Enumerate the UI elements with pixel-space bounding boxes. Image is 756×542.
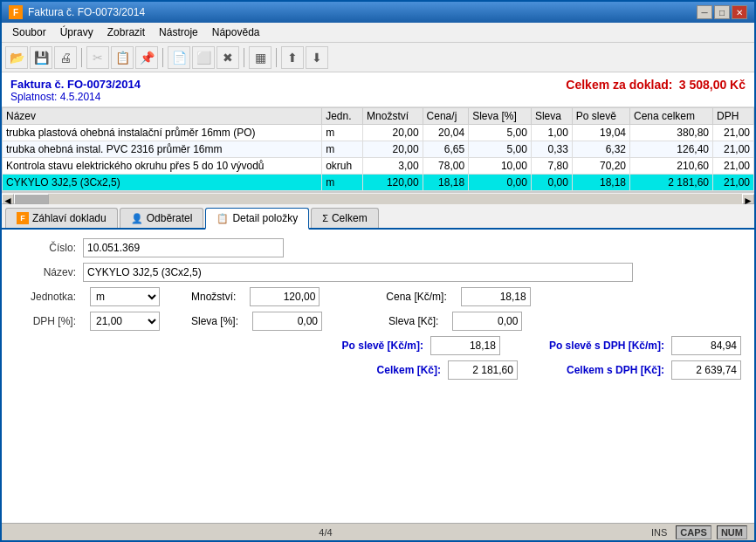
invoice-due: Splatnost: 4.5.2014 [10,91,141,103]
invoice-total-value: 3 508,00 Kč [679,78,746,92]
toolbar: 📂 💾 🖨 ✂ 📋 📌 📄 ⬜ ✖ ▦ ⬆ ⬇ [2,43,754,72]
scroll-left[interactable]: ◄ [2,194,14,204]
print-button[interactable]: 🖨 [54,46,77,69]
tab-odberatel-icon: 👤 [131,213,143,224]
cut-button[interactable]: ✂ [86,46,109,69]
edit-button[interactable]: ⬜ [192,46,215,69]
paste-button[interactable]: 📌 [135,46,158,69]
tab-zahlaví[interactable]: F Záhlaví dokladu [5,208,118,228]
jednotka-mnozstvi-row: Jednotka: m Množství: Cena [Kč/m]: [15,287,741,306]
sep1 [81,48,82,67]
invoice-total-label: Celkem za doklad: [566,78,672,92]
menu-bar: Soubor Úpravy Zobrazit Nástroje Nápověda [2,23,754,43]
up-button[interactable]: ⬆ [281,46,304,69]
table-row[interactable]: trubka plastová ohebná instalační průměr… [3,125,754,141]
cislo-label: Číslo: [15,242,76,254]
status-bar: 4/4 INS CAPS NUM [2,523,754,540]
scroll-track[interactable] [14,194,742,204]
celkem-label: Celkem [Kč]: [377,364,441,376]
sleva-kc-input[interactable] [452,312,522,331]
col-nazev: Název [3,108,322,125]
copy-button[interactable]: 📋 [111,46,134,69]
table-row[interactable]: trubka ohebná instal. PVC 2316 průměr 16… [3,141,754,158]
sleva-kc-label: Sleva [Kč]: [388,315,438,327]
detail-panel: Číslo: Název: Jednotka: m Množství: Cena… [2,230,754,523]
sleva-pct-input[interactable] [252,312,322,331]
cislo-input[interactable] [83,238,284,257]
new-button[interactable]: 📄 [168,46,190,69]
menu-soubor[interactable]: Soubor [5,24,53,40]
table-row[interactable]: CYKYLO 3J2,5 (3Cx2,5)m120,0018,180,000,0… [3,175,754,191]
po-sleve-input[interactable] [430,336,500,355]
nazev-row: Název: [15,263,741,282]
status-caps: CAPS [676,525,711,539]
col-dph: DPH [713,108,754,125]
tab-odberatel-label: Odběratel [147,212,193,224]
close-button[interactable]: ✕ [732,5,747,19]
cislo-row: Číslo: [15,238,741,257]
open-button[interactable]: 📂 [5,46,28,69]
celkem-dph-input[interactable] [671,360,741,380]
col-jedn: Jedn. [322,108,363,125]
scroll-right[interactable]: ► [742,194,754,204]
data-table-container: Název Jedn. Množství Cena/j Sleva [%] Sl… [2,107,754,192]
menu-upravy[interactable]: Úpravy [53,24,100,40]
col-po-sleve: Po slevě [572,108,629,125]
menu-zobrazit[interactable]: Zobrazit [100,24,152,40]
nazev-input[interactable] [83,263,633,282]
horizontal-scrollbar[interactable]: ◄ ► [2,192,754,204]
table-row[interactable]: Kontrola stavu elektrického okruhu přes … [3,158,754,175]
col-mnozstvi: Množství [363,108,423,125]
sep2 [162,48,163,67]
menu-napoveda[interactable]: Nápověda [205,24,267,40]
invoice-info: Faktura č. FO-0073/2014 Splatnost: 4.5.2… [10,78,141,103]
nazev-label: Název: [15,266,76,278]
sep4 [276,48,277,67]
app-icon: F [9,5,23,19]
mnozstvi-label: Množství: [191,291,236,303]
tab-detail[interactable]: 📋 Detail položky [205,208,309,230]
title-bar: F Faktura č. FO-0073/2014 ─ □ ✕ [2,2,754,23]
content-area: Faktura č. FO-0073/2014 Splatnost: 4.5.2… [2,72,754,523]
save-button[interactable]: 💾 [30,46,52,69]
mnozstvi-input[interactable] [250,287,320,306]
minimize-button[interactable]: ─ [697,5,712,19]
po-sleve-group: Po slevě [Kč/m]: Po slevě s DPH [Kč/m]: [342,336,741,355]
tab-detail-label: Detail položky [232,212,298,224]
celkem-input[interactable] [448,360,518,380]
po-sleve-dph-label: Po slevě s DPH [Kč/m]: [549,340,664,352]
status-page: 4/4 [319,527,332,538]
delete-button[interactable]: ✖ [216,46,239,69]
celkem-dph-label: Celkem s DPH [Kč]: [567,364,664,376]
window-title: Faktura č. FO-0073/2014 [28,6,145,18]
jednotka-label: Jednotka: [15,291,76,303]
tab-odberatel[interactable]: 👤 Odběratel [120,208,204,228]
dph-label: DPH [%]: [15,315,76,327]
maximize-button[interactable]: □ [714,5,730,19]
cena-input[interactable] [461,287,531,306]
col-sleva: Sleva [531,108,572,125]
tab-celkem-icon: Σ [322,213,328,223]
menu-nastroje[interactable]: Nástroje [152,24,205,40]
invoice-title: Faktura č. FO-0073/2014 [10,78,141,91]
invoice-total: Celkem za doklad: 3 508,00 Kč [566,78,746,92]
celkem-group: Celkem [Kč]: Celkem s DPH [Kč]: [377,360,741,380]
tab-celkem[interactable]: Σ Celkem [311,208,379,228]
down-button[interactable]: ⬇ [306,46,328,69]
main-window: F Faktura č. FO-0073/2014 ─ □ ✕ Soubor Ú… [0,0,756,542]
scroll-thumb[interactable] [14,194,49,204]
cena-label: Cena [Kč/m]: [386,291,446,303]
grid-button[interactable]: ▦ [249,46,271,69]
tabs-bar: F Záhlaví dokladu 👤 Odběratel 📋 Detail p… [2,204,754,230]
dph-select[interactable]: 21,00 [90,312,160,331]
po-sleve-label: Po slevě [Kč/m]: [342,340,423,352]
po-sleve-dph-input[interactable] [671,336,741,355]
tab-zahlaví-icon: F [17,212,29,224]
title-bar-left: F Faktura č. FO-0073/2014 [9,5,145,19]
tab-celkem-label: Celkem [332,212,368,224]
sleva-pct-label: Sleva [%]: [191,315,238,327]
window-controls: ─ □ ✕ [697,5,747,19]
table-header-row: Název Jedn. Množství Cena/j Sleva [%] Sl… [3,108,754,125]
jednotka-select[interactable]: m [90,287,160,306]
col-sleva-pct: Sleva [%] [469,108,532,125]
